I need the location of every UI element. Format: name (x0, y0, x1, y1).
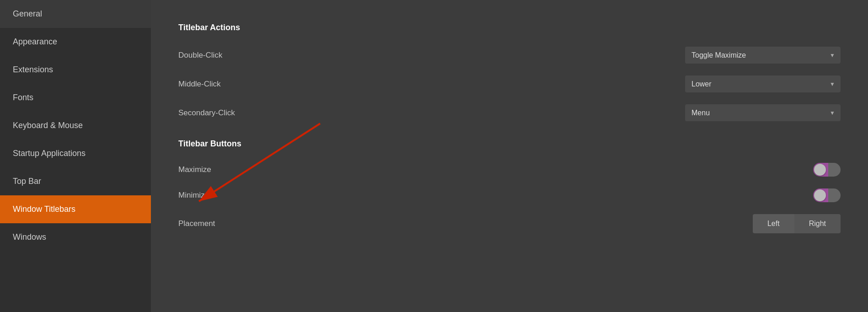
label-maximize: Maximize (178, 165, 211, 174)
dropdown-double-click[interactable]: Toggle MaximizeToggle ShadeLowerMinimize… (685, 47, 841, 64)
row-middle-click: Middle-ClickLowerToggle MaximizeToggle S… (178, 70, 841, 98)
titlebar-buttons-title: Titlebar Buttons (178, 139, 841, 149)
dropdown-secondary-click[interactable]: MenuLowerToggle MaximizeNone (685, 104, 841, 121)
titlebar-actions-title: Titlebar Actions (178, 23, 841, 32)
sidebar-item-top-bar[interactable]: Top Bar (0, 167, 151, 195)
toggle-maximize[interactable] (813, 163, 841, 177)
dropdown-wrapper-secondary-click: MenuLowerToggle MaximizeNone (685, 104, 841, 121)
dropdown-middle-click[interactable]: LowerToggle MaximizeToggle ShadeMinimize… (685, 75, 841, 92)
sidebar-item-fonts[interactable]: Fonts (0, 84, 151, 112)
row-double-click: Double-ClickToggle MaximizeToggle ShadeL… (178, 41, 841, 70)
label-minimize: Minimize (178, 191, 209, 200)
placement-right-button[interactable]: Right (794, 214, 841, 233)
label-middle-click: Middle-Click (178, 80, 221, 89)
row-placement: PlacementLeftRight (178, 208, 841, 239)
sidebar-item-general[interactable]: General (0, 0, 151, 28)
dropdown-wrapper-middle-click: LowerToggle MaximizeToggle ShadeMinimize… (685, 75, 841, 92)
sidebar-item-extensions[interactable]: Extensions (0, 56, 151, 84)
sidebar-item-window-titlebars[interactable]: Window Titlebars (0, 195, 151, 223)
label-placement: Placement (178, 219, 215, 228)
sidebar: GeneralAppearanceExtensionsFontsKeyboard… (0, 0, 151, 312)
actions-rows: Double-ClickToggle MaximizeToggle ShadeL… (178, 41, 841, 127)
sidebar-item-appearance[interactable]: Appearance (0, 28, 151, 56)
label-secondary-click: Secondary-Click (178, 108, 235, 118)
titlebar-buttons-section: Titlebar Buttons MaximizeMinimizePlaceme… (178, 134, 841, 239)
sidebar-item-keyboard-mouse[interactable]: Keyboard & Mouse (0, 112, 151, 140)
label-double-click: Double-Click (178, 51, 222, 60)
buttons-rows: MaximizeMinimizePlacementLeftRight (178, 157, 841, 239)
row-maximize: Maximize (178, 157, 841, 183)
toggle-knob-minimize (814, 189, 826, 201)
toggle-minimize[interactable] (813, 188, 841, 202)
sidebar-item-windows[interactable]: Windows (0, 223, 151, 251)
row-minimize: Minimize (178, 183, 841, 208)
placement-left-button[interactable]: Left (753, 214, 794, 233)
sidebar-item-startup-applications[interactable]: Startup Applications (0, 140, 151, 167)
main-content: Titlebar Actions Double-ClickToggle Maxi… (151, 0, 868, 312)
dropdown-wrapper-double-click: Toggle MaximizeToggle ShadeLowerMinimize… (685, 47, 841, 64)
row-secondary-click: Secondary-ClickMenuLowerToggle MaximizeN… (178, 98, 841, 127)
toggle-knob-maximize (814, 164, 826, 176)
placement-btn-group: LeftRight (753, 214, 841, 233)
titlebar-actions-section: Titlebar Actions Double-ClickToggle Maxi… (178, 18, 841, 127)
